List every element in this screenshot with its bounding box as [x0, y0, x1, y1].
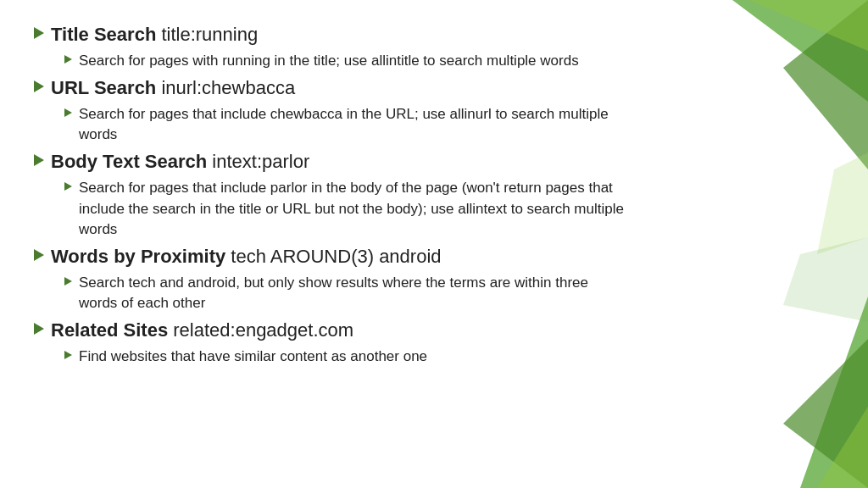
main-content: Title Search title:running Search for pa… [0, 0, 661, 390]
url-search-sub: Search for pages that include chewbacca … [64, 104, 627, 146]
sub-bullet-icon-url [64, 108, 72, 117]
proximity-label: Words by Proximity tech AROUND(3) androi… [51, 246, 442, 268]
section-related-sites: Related Sites related:engadget.com Find … [34, 319, 627, 368]
svg-marker-5 [817, 407, 868, 488]
related-text: Related Sites [51, 319, 168, 341]
title-search-label: Title Search title:running [51, 24, 258, 46]
body-search-sub-text: Search for pages that include parlor in … [79, 178, 627, 241]
title-search-item: Title Search title:running [34, 24, 627, 47]
sub-bullet-icon-title [64, 55, 72, 64]
sub-bullet-icon-proximity [64, 277, 72, 286]
url-search-text: URL Search [51, 77, 156, 98]
related-item: Related Sites related:engadget.com [34, 319, 627, 343]
related-sub-text: Find websites that have similar content … [79, 347, 427, 368]
url-search-keyword: inurl:chewbacca [156, 77, 295, 98]
url-search-sub-text: Search for pages that include chewbacca … [79, 104, 627, 146]
section-body-text-search: Body Text Search intext:parlor Search fo… [34, 151, 627, 241]
proximity-text: Words by Proximity [51, 246, 225, 267]
bullet-icon-body [34, 154, 44, 166]
related-label: Related Sites related:engadget.com [51, 319, 353, 341]
bullet-icon-proximity [34, 249, 44, 261]
svg-marker-1 [783, 0, 868, 169]
title-search-sub: Search for pages with running in the tit… [64, 51, 627, 72]
body-search-text: Body Text Search [51, 151, 207, 172]
url-search-item: URL Search inurl:chewbacca [34, 77, 627, 101]
related-sub: Find websites that have similar content … [64, 347, 627, 368]
body-search-keyword: intext:parlor [207, 151, 309, 172]
section-title-search: Title Search title:running Search for pa… [34, 24, 627, 72]
svg-marker-4 [783, 339, 868, 488]
title-search-sub-text: Search for pages with running in the tit… [79, 51, 579, 72]
svg-marker-6 [817, 152, 868, 254]
title-search-text: Title Search [51, 24, 156, 45]
body-search-item: Body Text Search intext:parlor [34, 151, 627, 175]
body-search-label: Body Text Search intext:parlor [51, 151, 309, 173]
section-url-search: URL Search inurl:chewbacca Search for pa… [34, 77, 627, 146]
proximity-keyword: tech AROUND(3) android [225, 246, 441, 267]
sub-bullet-icon-body [64, 182, 72, 191]
url-search-label: URL Search inurl:chewbacca [51, 77, 295, 99]
svg-marker-0 [732, 0, 868, 102]
proximity-sub-text: Search tech and android, but only show r… [79, 273, 627, 314]
section-words-proximity: Words by Proximity tech AROUND(3) androi… [34, 246, 627, 314]
svg-marker-2 [749, 0, 868, 51]
proximity-sub: Search tech and android, but only show r… [64, 273, 627, 314]
sub-bullet-icon-related [64, 351, 72, 359]
related-keyword: related:engadget.com [168, 319, 353, 341]
svg-marker-7 [783, 237, 868, 322]
bullet-icon-related [34, 323, 44, 335]
title-search-keyword: title:running [156, 24, 258, 45]
bullet-icon-title [34, 27, 44, 39]
svg-marker-3 [732, 297, 868, 488]
bullet-icon-url [34, 80, 44, 92]
proximity-item: Words by Proximity tech AROUND(3) androi… [34, 246, 627, 269]
body-search-sub: Search for pages that include parlor in … [64, 178, 627, 241]
